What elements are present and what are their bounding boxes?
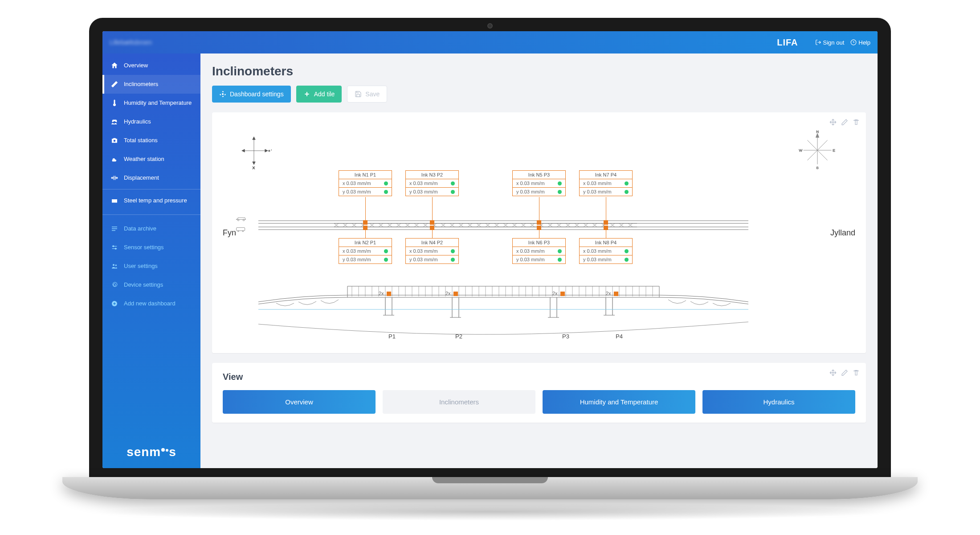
app-header: Lillebæltsbroen LIFA Sign out Help — [102, 31, 878, 54]
sidebar-item-label: Overview — [124, 62, 148, 69]
svg-point-7 — [222, 93, 224, 95]
edit-icon[interactable] — [841, 369, 848, 376]
svg-marker-11 — [253, 162, 255, 165]
view-button[interactable]: Hydraulics — [702, 390, 855, 414]
help-label: Help — [858, 39, 870, 46]
sidebar-item-label: Add new dashboard — [124, 300, 176, 307]
sign-out-link[interactable]: Sign out — [815, 39, 845, 46]
sidebar-primary: Overview Inclinometers Humidity and Temp… — [102, 54, 200, 213]
sensor-box[interactable]: Ink N6 P3x 0.03 mm/my 0.03 mm/m — [512, 238, 566, 264]
svg-text:E: E — [833, 148, 835, 152]
svg-point-28 — [238, 230, 239, 232]
sensor-box[interactable]: Ink N3 P2x 0.03 mm/my 0.03 mm/m — [405, 170, 459, 196]
gauge-icon — [110, 197, 118, 205]
sidebar-item-weather-station[interactable]: Weather station — [102, 150, 200, 169]
sensor-name: Ink N1 P1 — [339, 171, 392, 179]
svg-text:S: S — [816, 166, 819, 170]
status-dot-ok — [625, 190, 629, 194]
status-dot-ok — [451, 258, 455, 262]
svg-point-26 — [243, 219, 244, 221]
sidebar-item-data-archive[interactable]: Data archive — [102, 219, 200, 238]
status-dot-ok — [625, 181, 629, 185]
sidebar-secondary: Data archive Sensor settings User settin… — [102, 217, 200, 316]
sensor-box[interactable]: Ink N8 P4x 0.03 mm/my 0.03 mm/m — [579, 238, 633, 264]
view-button[interactable]: Inclinometers — [383, 390, 535, 414]
sidebar-item-humidity-temp[interactable]: Humidity and Temperature — [102, 94, 200, 112]
sensor-y-reading: y 0.03 mm/m — [513, 187, 565, 196]
svg-point-25 — [237, 219, 239, 221]
sidebar-item-label: Steel temp and pressure — [124, 197, 187, 204]
add-tile-button[interactable]: Add tile — [296, 86, 342, 103]
sensor-connector — [606, 229, 606, 238]
sensor-marker — [604, 220, 608, 225]
view-title: View — [223, 372, 855, 382]
pier-2x-label: 2x — [445, 291, 451, 296]
sidebar-item-sensor-settings[interactable]: Sensor settings — [102, 238, 200, 257]
sidebar-item-label: User settings — [124, 263, 158, 270]
sidebar-divider — [102, 214, 200, 215]
pier-label: P3 — [562, 333, 569, 340]
sidebar-item-add-dashboard[interactable]: Add new dashboard — [102, 294, 200, 313]
sidebar-item-label: Device settings — [124, 281, 163, 288]
sensor-name: Ink N6 P3 — [513, 239, 565, 247]
sidebar-item-label: Sensor settings — [124, 244, 164, 251]
sidebar-item-label: Total stations — [124, 137, 158, 144]
sidebar-item-total-stations[interactable]: Total stations — [102, 131, 200, 150]
svg-point-29 — [242, 230, 244, 232]
sensor-box[interactable]: Ink N7 P4x 0.03 mm/my 0.03 mm/m — [579, 170, 633, 196]
status-dot-ok — [558, 258, 562, 262]
sensor-x-reading: x 0.03 mm/m — [406, 247, 458, 255]
sidebar-item-label: Inclinometers — [124, 81, 158, 88]
sidebar-item-hydraulics[interactable]: Hydraulics — [102, 112, 200, 131]
sidebar-item-label: Displacement — [124, 174, 159, 181]
sensor-y-reading: y 0.03 mm/m — [406, 187, 458, 196]
sensor-box[interactable]: Ink N4 P2x 0.03 mm/my 0.03 mm/m — [405, 238, 459, 264]
sidebar: Overview Inclinometers Humidity and Temp… — [102, 54, 200, 468]
status-dot-ok — [558, 249, 562, 253]
button-label: Save — [365, 91, 380, 98]
button-label: Dashboard settings — [230, 91, 284, 98]
sensor-marker — [363, 220, 368, 225]
sidebar-item-inclinometers[interactable]: Inclinometers — [102, 75, 200, 94]
sensor-marker — [387, 292, 391, 296]
sensor-name: Ink N4 P2 — [406, 239, 458, 247]
sensor-connector — [539, 197, 539, 220]
sensor-connector — [432, 229, 433, 238]
trash-icon[interactable] — [853, 369, 860, 376]
sensor-marker — [363, 226, 368, 230]
dashboard-settings-button[interactable]: Dashboard settings — [212, 86, 291, 103]
svg-marker-20 — [816, 133, 819, 137]
sidebar-item-label: Weather station — [124, 156, 164, 163]
svg-point-5 — [115, 264, 117, 266]
sign-out-label: Sign out — [823, 39, 845, 46]
laptop-base — [62, 477, 918, 499]
sensor-marker — [614, 292, 618, 296]
sidebar-item-displacement[interactable]: Displacement — [102, 169, 200, 187]
sensor-connector — [539, 229, 539, 238]
sensor-box[interactable]: Ink N1 P1x 0.03 mm/my 0.03 mm/m — [339, 170, 392, 196]
sensor-box[interactable]: Ink N5 P3x 0.03 mm/my 0.03 mm/m — [512, 170, 566, 196]
sensor-x-reading: x 0.03 mm/m — [580, 247, 632, 255]
svg-text:W: W — [799, 148, 803, 152]
users-icon — [110, 262, 118, 270]
sidebar-item-overview[interactable]: Overview — [102, 56, 200, 75]
pier-2x-label: 2x — [379, 291, 384, 296]
sidebar-item-device-settings[interactable]: Device settings — [102, 276, 200, 294]
home-icon — [110, 62, 118, 70]
status-dot-ok — [558, 181, 562, 185]
view-button[interactable]: Overview — [223, 390, 376, 414]
move-icon[interactable] — [829, 369, 837, 376]
help-link[interactable]: Help — [850, 39, 870, 46]
diagram-card: Fyn Jylland + Y X — [212, 112, 866, 353]
pier-2x-label: 2x — [552, 291, 558, 296]
sidebar-item-user-settings[interactable]: User settings — [102, 257, 200, 276]
status-dot-ok — [625, 258, 629, 262]
sensor-box[interactable]: Ink N2 P1x 0.03 mm/my 0.03 mm/m — [339, 238, 392, 264]
view-button[interactable]: Humidity and Temperature — [543, 390, 695, 414]
sensor-y-reading: y 0.03 mm/m — [580, 187, 632, 196]
sidebar-item-label: Humidity and Temperature — [124, 99, 192, 107]
sensor-marker — [537, 226, 541, 230]
compass-rose-icon: N E S W — [797, 130, 837, 170]
sidebar-divider — [102, 189, 200, 189]
sidebar-item-steel-temp[interactable]: Steel temp and pressure — [102, 191, 200, 210]
